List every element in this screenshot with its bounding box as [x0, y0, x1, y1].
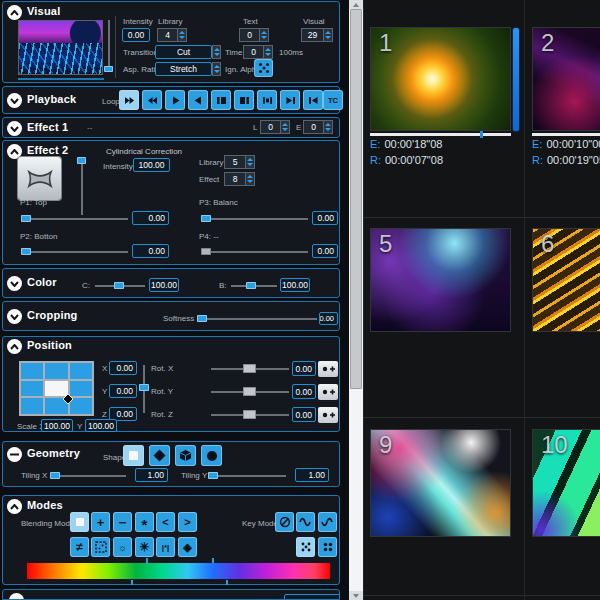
- blend-normal-button[interactable]: [70, 512, 89, 532]
- key-dither50-button[interactable]: [296, 537, 315, 557]
- rot-z-keyframe-button[interactable]: [318, 407, 338, 423]
- b-slider-handle[interactable]: [246, 282, 256, 289]
- collapse-playback-button[interactable]: [7, 93, 22, 108]
- collapse-geometry-button[interactable]: [7, 447, 22, 462]
- rewind-button[interactable]: [142, 90, 162, 110]
- visual-spinner[interactable]: 29: [301, 28, 333, 42]
- blend-add-button[interactable]: +: [91, 512, 110, 532]
- scroll-up-button[interactable]: [349, 0, 363, 9]
- pause-start-button[interactable]: [211, 90, 231, 110]
- collapse-partial-button[interactable]: [9, 593, 24, 600]
- blend-layers-button[interactable]: ◈: [178, 537, 197, 557]
- tiling-y-slider-handle[interactable]: [208, 472, 218, 479]
- spinner-arrows-icon[interactable]: [178, 28, 187, 42]
- spinner-arrows-icon[interactable]: [246, 172, 255, 186]
- spinner-arrows-icon[interactable]: [324, 120, 333, 134]
- p2-slider-handle[interactable]: [21, 248, 31, 255]
- scale-y-field[interactable]: 100.00: [85, 419, 117, 432]
- asp-ratio-dropdown[interactable]: Stretch: [155, 62, 212, 76]
- panel-scrollbar[interactable]: [349, 0, 363, 600]
- effect2-vslider-track[interactable]: [81, 158, 83, 215]
- spinner-arrows-icon[interactable]: [212, 45, 221, 59]
- blend-difference-button[interactable]: ≠: [70, 537, 89, 557]
- rot-z-field[interactable]: 0.00: [292, 407, 316, 422]
- skip-start-button[interactable]: [303, 90, 323, 110]
- key-none-button[interactable]: [275, 512, 294, 532]
- blend-multiply-button[interactable]: *: [135, 512, 154, 532]
- visual-preview-thumbnail[interactable]: [18, 20, 103, 75]
- rot-y-keyframe-button[interactable]: [318, 384, 338, 400]
- rot-y-field[interactable]: 0.00: [292, 384, 316, 399]
- rot-x-keyframe-button[interactable]: [318, 361, 338, 377]
- blend-glow-small-button[interactable]: ☼: [113, 537, 132, 557]
- media-thumbnail[interactable]: 6: [532, 228, 600, 332]
- collapse-cropping-button[interactable]: [7, 309, 22, 324]
- key-sine-a-button[interactable]: [296, 512, 315, 532]
- e-spinner[interactable]: 0: [303, 120, 333, 134]
- media-thumbnail[interactable]: 1: [370, 27, 511, 131]
- blend-subtract-button[interactable]: −: [113, 512, 132, 532]
- b-field[interactable]: 100.00: [280, 278, 310, 292]
- tiling-x-field[interactable]: 1.00: [135, 468, 168, 482]
- effect2-effect-spinner[interactable]: 8: [224, 172, 255, 186]
- blend-shift-left-button[interactable]: <: [156, 512, 175, 532]
- ign-alpha-button[interactable]: [254, 59, 273, 77]
- skip-end-button[interactable]: [280, 90, 300, 110]
- collapse-modes-button[interactable]: [7, 499, 22, 514]
- library-spinner[interactable]: 4: [157, 28, 187, 42]
- rot-z-slider-handle[interactable]: [243, 410, 256, 419]
- shape-circle-button[interactable]: [201, 445, 222, 466]
- intensity-field[interactable]: 0.00: [122, 28, 150, 42]
- effect-preset-button[interactable]: [18, 157, 61, 200]
- stop-end-button[interactable]: [234, 90, 254, 110]
- play-button[interactable]: [165, 90, 185, 110]
- shape-cube-button[interactable]: [175, 445, 196, 466]
- media-thumbnail[interactable]: 10: [532, 429, 600, 537]
- p1-field[interactable]: 0.00: [132, 211, 169, 225]
- key-dither25-button[interactable]: [318, 537, 337, 557]
- tiling-y-slider-track[interactable]: [211, 475, 286, 477]
- time-spinner[interactable]: 0: [243, 45, 273, 59]
- shape-square-button[interactable]: [123, 445, 144, 466]
- timecode-button[interactable]: TC: [323, 90, 343, 110]
- reverse-play-button[interactable]: [188, 90, 208, 110]
- transition-dropdown[interactable]: Cut: [155, 45, 212, 59]
- spinner-arrows-icon[interactable]: [264, 45, 273, 59]
- effect2-intensity-field[interactable]: 100.00: [133, 158, 170, 172]
- p4-slider-track[interactable]: [201, 251, 308, 253]
- scrollbar-thumb[interactable]: [350, 9, 362, 389]
- visual-intensity-vslider-track[interactable]: [108, 20, 110, 72]
- text-spinner[interactable]: 0: [239, 28, 269, 42]
- p3-slider-handle[interactable]: [201, 215, 211, 222]
- media-thumbnail[interactable]: 9: [370, 429, 511, 537]
- collapse-visual-button[interactable]: [7, 5, 22, 20]
- scroll-down-button[interactable]: [349, 591, 363, 600]
- cell-progress-marker[interactable]: [480, 131, 483, 138]
- position-grid-widget[interactable]: [19, 361, 94, 416]
- effect2-library-spinner[interactable]: 5: [224, 155, 255, 169]
- rot-y-slider-handle[interactable]: [243, 387, 256, 396]
- blend-shift-right-button[interactable]: >: [178, 512, 197, 532]
- p4-slider-handle[interactable]: [201, 248, 211, 255]
- collapse-color-button[interactable]: [7, 276, 22, 291]
- spinner-arrows-icon[interactable]: [260, 28, 269, 42]
- collapse-position-button[interactable]: [7, 339, 22, 354]
- fast-forward-button[interactable]: [119, 90, 139, 110]
- p1-slider-handle[interactable]: [21, 215, 31, 222]
- tiling-x-slider-handle[interactable]: [50, 472, 60, 479]
- x-field[interactable]: 0.00: [109, 361, 137, 375]
- partial-field[interactable]: [284, 594, 340, 600]
- l-spinner[interactable]: 0: [260, 120, 290, 134]
- visual-intensity-vslider-handle[interactable]: [104, 66, 113, 72]
- tiling-x-slider-track[interactable]: [53, 475, 126, 477]
- asp-ratio-spinner[interactable]: [212, 62, 222, 76]
- blend-mirror-button[interactable]: |*|: [156, 537, 175, 557]
- tiling-y-field[interactable]: 1.00: [295, 468, 329, 482]
- p3-field[interactable]: 0.00: [312, 211, 338, 225]
- cell-progress-bar[interactable]: [532, 133, 600, 136]
- rot-x-slider-handle[interactable]: [243, 364, 256, 373]
- softness-slider-track[interactable]: [199, 318, 317, 320]
- media-thumbnail[interactable]: 5: [370, 228, 511, 332]
- p1-slider-track[interactable]: [21, 218, 128, 220]
- blend-glow-large-button[interactable]: ☀: [135, 537, 154, 557]
